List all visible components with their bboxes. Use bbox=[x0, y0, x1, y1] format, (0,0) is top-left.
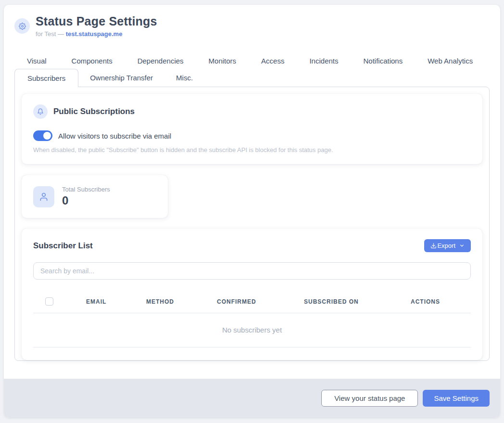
person-icon bbox=[33, 186, 54, 207]
download-icon bbox=[430, 243, 437, 249]
toggle-helper-text: When disabled, the public "Subscribe" bu… bbox=[33, 146, 471, 154]
status-page-settings-window: Status Page Settings for Test — test.sta… bbox=[4, 5, 500, 418]
tab-notifications[interactable]: Notifications bbox=[351, 54, 416, 68]
public-subscriptions-header: Public Subscriptions bbox=[33, 104, 471, 119]
export-button-label: Export bbox=[437, 242, 455, 249]
total-subscribers-stat: Total Subscribers 0 bbox=[62, 186, 110, 207]
subtitle-text: for Test — bbox=[36, 30, 66, 38]
page-subtitle: for Test — test.statuspage.me bbox=[36, 30, 157, 38]
chevron-down-icon bbox=[459, 243, 465, 248]
page-title: Status Page Settings bbox=[36, 14, 157, 28]
tab-bar-primary: Visual Components Dependencies Monitors … bbox=[14, 54, 490, 68]
column-header-confirmed: CONFIRMED bbox=[217, 290, 304, 313]
tab-ownership-transfer[interactable]: Ownership Transfer bbox=[78, 69, 164, 87]
page-title-block: Status Page Settings for Test — test.sta… bbox=[36, 14, 157, 38]
status-page-link[interactable]: test.statuspage.me bbox=[66, 30, 123, 38]
stat-value: 0 bbox=[62, 194, 110, 207]
public-subscriptions-card: Public Subscriptions Allow visitors to s… bbox=[22, 94, 482, 164]
subscriber-list-card: Subscriber List Export EMAIL METHOD bbox=[22, 229, 482, 360]
empty-state-text: No subscribers yet bbox=[33, 313, 471, 347]
tab-subscribers[interactable]: Subscribers bbox=[14, 69, 78, 87]
column-header-method: METHOD bbox=[146, 290, 217, 313]
toggle-label: Allow visitors to subscribe via email bbox=[58, 132, 171, 140]
bell-icon bbox=[33, 104, 48, 119]
select-all-checkbox[interactable] bbox=[45, 297, 53, 306]
tab-monitors[interactable]: Monitors bbox=[196, 54, 249, 68]
column-header-email: EMAIL bbox=[86, 290, 146, 313]
column-header-subscribed-on: SUBSCRIBED ON bbox=[304, 290, 411, 313]
stat-label: Total Subscribers bbox=[62, 186, 110, 193]
tab-access[interactable]: Access bbox=[249, 54, 297, 68]
subscribers-tab-panel: Public Subscriptions Allow visitors to s… bbox=[14, 87, 490, 361]
action-footer: View your status page Save Settings bbox=[4, 379, 500, 418]
total-subscribers-card: Total Subscribers 0 bbox=[22, 175, 168, 218]
allow-subscribe-toggle[interactable] bbox=[33, 130, 52, 141]
tab-misc[interactable]: Misc. bbox=[164, 69, 204, 87]
page-header: Status Page Settings for Test — test.sta… bbox=[14, 14, 490, 38]
subscribe-toggle-row: Allow visitors to subscribe via email bbox=[33, 130, 471, 141]
column-header-actions: ACTIONS bbox=[411, 290, 471, 313]
tab-components[interactable]: Components bbox=[59, 54, 125, 68]
tab-web-analytics[interactable]: Web Analytics bbox=[415, 54, 485, 68]
table-header-row: EMAIL METHOD CONFIRMED SUBSCRIBED ON ACT… bbox=[33, 290, 471, 313]
search-input[interactable] bbox=[33, 262, 471, 280]
tab-visual[interactable]: Visual bbox=[14, 54, 59, 68]
tab-bar-secondary: Subscribers Ownership Transfer Misc. bbox=[14, 69, 490, 87]
toggle-knob bbox=[43, 132, 51, 140]
empty-state-row: No subscribers yet bbox=[33, 313, 471, 347]
main-content: Status Page Settings for Test — test.sta… bbox=[4, 5, 500, 379]
subscriber-list-header: Subscriber List Export bbox=[33, 239, 471, 252]
tab-incidents[interactable]: Incidents bbox=[297, 54, 351, 68]
public-subscriptions-title: Public Subscriptions bbox=[53, 107, 135, 116]
view-status-page-button[interactable]: View your status page bbox=[321, 390, 418, 407]
subscriber-list-title: Subscriber List bbox=[33, 241, 93, 251]
subscribers-table: EMAIL METHOD CONFIRMED SUBSCRIBED ON ACT… bbox=[33, 290, 471, 347]
tab-dependencies[interactable]: Dependencies bbox=[125, 54, 196, 68]
save-settings-button[interactable]: Save Settings bbox=[423, 390, 490, 407]
export-button[interactable]: Export bbox=[424, 239, 471, 252]
gear-icon bbox=[14, 18, 30, 34]
